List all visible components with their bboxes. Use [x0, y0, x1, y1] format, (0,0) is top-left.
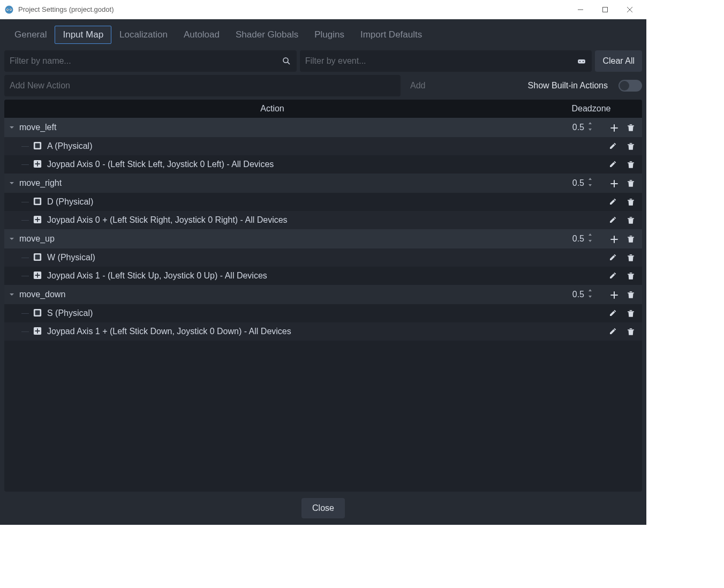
delete-icon[interactable]: [626, 327, 636, 336]
godot-icon: [4, 5, 14, 14]
tab-shader-globals[interactable]: Shader Globals: [228, 26, 306, 44]
svg-point-4: [10, 9, 11, 10]
add-button[interactable]: Add: [406, 81, 429, 91]
maximize-button[interactable]: [593, 2, 617, 18]
close-button[interactable]: Close: [301, 498, 345, 518]
joypad-axis-icon: [33, 327, 43, 336]
event-row[interactable]: Joypad Axis 1 + (Left Stick Down, Joysti…: [4, 322, 642, 341]
filter-by-event[interactable]: [300, 50, 592, 72]
delete-icon[interactable]: [626, 308, 636, 318]
joypad-axis-icon: [33, 160, 43, 169]
edit-icon[interactable]: [609, 215, 619, 225]
add-action-row: Add Show Built-in Actions: [4, 75, 642, 96]
event-label: W (Physical): [47, 253, 539, 262]
edit-icon[interactable]: [609, 308, 619, 318]
clear-all-button[interactable]: Clear All: [595, 50, 642, 72]
deadzone-spinner[interactable]: [587, 178, 595, 189]
event-row[interactable]: Joypad Axis 0 - (Left Stick Left, Joysti…: [4, 155, 642, 174]
actions-table: Action Deadzone move_left0.5A (Physical)…: [4, 100, 642, 492]
event-row[interactable]: Joypad Axis 0 + (Left Stick Right, Joyst…: [4, 211, 642, 229]
show-builtin-toggle[interactable]: [619, 80, 642, 92]
event-label: Joypad Axis 0 + (Left Stick Right, Joyst…: [47, 215, 539, 225]
delete-icon[interactable]: [626, 290, 636, 299]
add-event-icon[interactable]: [609, 178, 619, 188]
filter-name-input[interactable]: [10, 56, 282, 66]
close-window-button[interactable]: [617, 2, 642, 18]
delete-icon[interactable]: [626, 123, 636, 132]
titlebar: Project Settings (project.godot): [0, 0, 646, 19]
col-action: Action: [4, 104, 540, 114]
delete-icon[interactable]: [626, 197, 636, 207]
add-event-icon[interactable]: [609, 290, 619, 299]
edit-icon[interactable]: [609, 197, 619, 207]
keyboard-icon: [33, 197, 43, 207]
tab-input-map[interactable]: Input Map: [55, 26, 111, 44]
svg-rect-5: [603, 7, 608, 12]
deadzone-value[interactable]: 0.5: [539, 233, 598, 244]
event-label: S (Physical): [47, 308, 539, 318]
event-row[interactable]: A (Physical): [4, 137, 642, 155]
tab-plugins[interactable]: Plugins: [306, 26, 352, 44]
svg-rect-14: [35, 199, 40, 204]
delete-icon[interactable]: [626, 160, 636, 169]
edit-icon[interactable]: [609, 271, 619, 281]
tab-localization[interactable]: Localization: [111, 26, 176, 44]
delete-icon[interactable]: [626, 141, 636, 151]
event-label: Joypad Axis 1 + (Left Stick Down, Joysti…: [47, 327, 539, 336]
action-row[interactable]: move_right0.5: [4, 174, 642, 193]
delete-icon[interactable]: [626, 271, 636, 281]
action-row[interactable]: move_up0.5: [4, 229, 642, 248]
event-label: Joypad Axis 1 - (Left Stick Up, Joystick…: [47, 271, 539, 281]
action-name: move_right: [19, 178, 539, 188]
add-action-input[interactable]: [4, 75, 401, 96]
keyboard-icon: [33, 308, 43, 318]
deadzone-spinner[interactable]: [587, 122, 595, 133]
joypad-axis-icon: [33, 271, 43, 281]
event-label: A (Physical): [47, 141, 539, 151]
chevron-down-icon[interactable]: [4, 291, 19, 298]
event-row[interactable]: D (Physical): [4, 193, 642, 211]
keyboard-icon: [33, 141, 43, 151]
edit-icon[interactable]: [609, 327, 619, 336]
deadzone-value[interactable]: 0.5: [539, 178, 598, 189]
action-row[interactable]: move_down0.5: [4, 285, 642, 304]
filter-row: Clear All: [4, 50, 642, 72]
event-row[interactable]: W (Physical): [4, 248, 642, 267]
minimize-button[interactable]: [568, 2, 593, 18]
tab-general[interactable]: General: [6, 26, 55, 44]
deadzone-spinner[interactable]: [587, 233, 595, 244]
chevron-down-icon[interactable]: [4, 236, 19, 242]
event-row[interactable]: S (Physical): [4, 304, 642, 322]
filter-by-name[interactable]: [4, 50, 297, 72]
app-body: GeneralInput MapLocalizationAutoloadShad…: [0, 19, 646, 525]
tab-import-defaults[interactable]: Import Defaults: [352, 26, 430, 44]
action-row[interactable]: move_left0.5: [4, 118, 642, 137]
table-body: move_left0.5A (Physical)Joypad Axis 0 - …: [4, 118, 642, 492]
delete-icon[interactable]: [626, 234, 636, 244]
svg-point-0: [5, 5, 13, 13]
deadzone-spinner[interactable]: [587, 289, 595, 300]
add-event-icon[interactable]: [609, 123, 619, 132]
col-deadzone: Deadzone: [540, 104, 642, 114]
action-name: move_down: [19, 290, 539, 299]
deadzone-value[interactable]: 0.5: [539, 122, 598, 133]
edit-icon[interactable]: [609, 253, 619, 262]
edit-icon[interactable]: [609, 160, 619, 169]
table-header: Action Deadzone: [4, 100, 642, 118]
delete-icon[interactable]: [626, 253, 636, 262]
edit-icon[interactable]: [609, 141, 619, 151]
svg-point-9: [583, 61, 584, 62]
delete-icon[interactable]: [626, 215, 636, 225]
chevron-down-icon[interactable]: [4, 124, 19, 131]
keyboard-icon: [33, 253, 43, 262]
deadzone-value[interactable]: 0.5: [539, 289, 598, 300]
window-controls: [568, 2, 642, 18]
show-builtin-label: Show Built-in Actions: [528, 81, 608, 91]
tab-autoload[interactable]: Autoload: [176, 26, 228, 44]
chevron-down-icon[interactable]: [4, 180, 19, 186]
event-row[interactable]: Joypad Axis 1 - (Left Stick Up, Joystick…: [4, 267, 642, 285]
delete-icon[interactable]: [626, 178, 636, 188]
add-event-icon[interactable]: [609, 234, 619, 244]
footer: Close: [4, 492, 642, 521]
filter-event-input[interactable]: [305, 56, 577, 66]
